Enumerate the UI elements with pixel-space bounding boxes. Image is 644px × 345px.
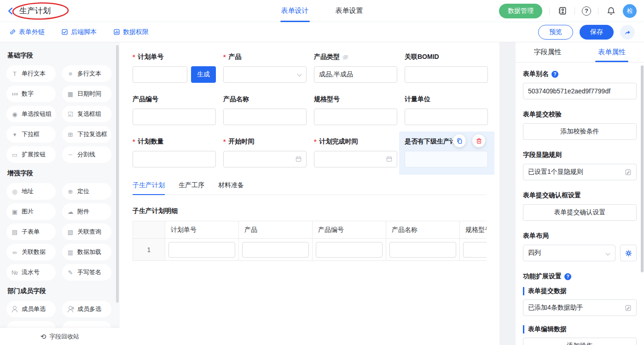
tab-production-process[interactable]: 生产工序 bbox=[179, 181, 204, 195]
app-header: 生产计划 表单设计 表单设置 数据管理 ? 检 bbox=[0, 0, 644, 22]
sidebar-item-member-multi[interactable]: 成员多选 bbox=[62, 301, 111, 317]
field-unit[interactable]: 计量单位 bbox=[405, 95, 488, 125]
submit-confirm-button[interactable]: 表单提交确认设置 bbox=[523, 204, 637, 221]
save-button[interactable]: 保存 bbox=[580, 25, 614, 40]
field-plan-no[interactable]: 计划单号 生成 bbox=[133, 52, 216, 83]
tab-form-properties[interactable]: 表单属性 bbox=[580, 42, 644, 62]
sidebar-item-radio-group[interactable]: ◉单选按钮组 bbox=[6, 106, 56, 122]
product-select[interactable] bbox=[223, 66, 307, 83]
tab-field-properties[interactable]: 字段属性 bbox=[516, 42, 580, 62]
product-type-input[interactable] bbox=[314, 66, 397, 83]
radio-group-icon: ◉ bbox=[11, 111, 18, 118]
help-badge-icon[interactable]: ? bbox=[551, 71, 558, 78]
data-permission[interactable]: 数据权限 bbox=[113, 28, 149, 36]
sidebar-item-serial-number[interactable]: №流水号 bbox=[6, 264, 56, 281]
sidebar-item-multi-select[interactable]: ⊞下拉复选框 bbox=[62, 126, 111, 143]
start-time-input[interactable] bbox=[223, 151, 307, 167]
image-icon: ▣ bbox=[11, 208, 18, 215]
edit-icon[interactable] bbox=[625, 305, 632, 311]
cell-product-input[interactable] bbox=[242, 242, 309, 258]
generate-button[interactable]: 生成 bbox=[191, 66, 216, 83]
cell-product-name-input[interactable] bbox=[389, 242, 456, 258]
field-has-sub-plan-selected[interactable]: 是否有下级生产计. bbox=[405, 137, 488, 167]
product-code-input[interactable] bbox=[133, 109, 216, 125]
cell-product-code-input[interactable] bbox=[316, 242, 383, 258]
sidebar-item-image[interactable]: ▣图片 bbox=[6, 203, 56, 220]
contacts-icon[interactable] bbox=[557, 6, 568, 17]
sidebar-item-number[interactable]: 123数字 bbox=[6, 86, 56, 102]
help-icon[interactable]: ? bbox=[582, 6, 591, 16]
unit-input[interactable] bbox=[405, 109, 488, 125]
has-sub-plan-input[interactable] bbox=[405, 151, 488, 167]
field-product-type[interactable]: 产品类型 bbox=[314, 52, 397, 83]
sidebar-scrollbar[interactable] bbox=[116, 45, 119, 303]
data-manage-button[interactable]: 数据管理 bbox=[499, 4, 542, 18]
attachment-icon: ☁ bbox=[67, 208, 74, 215]
plan-no-input[interactable] bbox=[133, 66, 187, 83]
sidebar-item-datetime[interactable]: ▦日期时间 bbox=[62, 86, 111, 102]
field-spec[interactable]: 规格型号 bbox=[314, 95, 397, 125]
submit-data-box[interactable]: 已添加4条数据助手 bbox=[523, 299, 637, 316]
sidebar-item-attachment[interactable]: ☁附件 bbox=[62, 203, 111, 220]
sidebar-item-member-single[interactable]: 成员单选 bbox=[6, 301, 56, 317]
sidebar-item-related-data[interactable]: ∞关联数据 bbox=[6, 244, 56, 260]
edit-icon[interactable] bbox=[625, 169, 632, 176]
sidebar-item-checkbox-group[interactable]: ☑复选框组 bbox=[62, 106, 111, 122]
add-validation-button[interactable]: 添加校验条件 bbox=[523, 123, 637, 140]
spec-input[interactable] bbox=[314, 109, 397, 125]
field-product[interactable]: 产品 bbox=[223, 52, 307, 83]
column-header-index bbox=[133, 221, 165, 239]
member-single-icon bbox=[11, 306, 18, 312]
form-layout-select[interactable]: 四列 bbox=[523, 245, 615, 261]
sidebar-item-extend-button[interactable]: ▭扩展按钮 bbox=[6, 146, 56, 163]
sidebar-item-single-line-text[interactable]: T单行文本 bbox=[6, 65, 56, 82]
finish-time-input[interactable] bbox=[314, 151, 397, 167]
cell-spec-input[interactable] bbox=[463, 242, 487, 258]
sidebar-item-signature[interactable]: ✎手写签名 bbox=[62, 264, 111, 281]
basic-fields-grid: T单行文本 ≡多行文本 123数字 ▦日期时间 ◉单选按钮组 ☑复选框组 ▾下拉… bbox=[6, 65, 120, 163]
delete-field-button[interactable] bbox=[472, 134, 485, 147]
field-finish-time[interactable]: 计划完成时间 bbox=[314, 137, 397, 167]
sidebar-item-select[interactable]: ▾下拉框 bbox=[6, 126, 56, 143]
visibility-rules-box[interactable]: 已设置1个显隐规则 bbox=[523, 164, 637, 180]
sidebar-item-divider[interactable]: ┄分割线 bbox=[62, 146, 111, 163]
bell-icon[interactable] bbox=[605, 6, 616, 17]
tab-form-settings[interactable]: 表单设置 bbox=[336, 0, 363, 22]
plan-qty-input[interactable] bbox=[133, 151, 216, 167]
share-button[interactable] bbox=[620, 25, 635, 40]
tab-form-design[interactable]: 表单设计 bbox=[281, 0, 309, 22]
eye-off-icon bbox=[342, 54, 349, 61]
field-product-name[interactable]: 产品名称 bbox=[223, 95, 307, 125]
field-label: 计划完成时间 bbox=[314, 137, 397, 146]
sidebar-item-related-query[interactable]: ▧关联查询 bbox=[62, 224, 111, 240]
sidebar-item-subform[interactable]: ▤子表单 bbox=[6, 224, 56, 240]
copy-field-button[interactable] bbox=[453, 134, 466, 147]
sidebar-item-data-load[interactable]: ▥数据加载 bbox=[62, 244, 111, 260]
cell-plan-no-input[interactable] bbox=[168, 242, 235, 258]
panel-scrollbar[interactable] bbox=[641, 65, 644, 272]
tab-sub-production-plan[interactable]: 子生产计划 bbox=[133, 181, 165, 195]
field-bom-id[interactable]: 关联BOMID bbox=[405, 52, 488, 83]
field-label: 计划单号 bbox=[133, 52, 216, 62]
help-badge-icon[interactable]: ? bbox=[564, 273, 571, 280]
field-plan-qty[interactable]: 计划数量 bbox=[133, 137, 216, 167]
product-name-input[interactable] bbox=[223, 109, 307, 125]
add-action-button[interactable]: 添加操作 bbox=[523, 338, 637, 345]
form-external-link[interactable]: 表单外链 bbox=[9, 28, 45, 36]
backend-script[interactable]: 后端脚本 bbox=[61, 28, 97, 36]
sidebar-item-address[interactable]: ◎地址 bbox=[6, 183, 56, 200]
group-submit-data: 表单提交数据 已添加4条数据助手 bbox=[523, 287, 637, 316]
bom-id-input[interactable] bbox=[405, 66, 488, 83]
field-product-code[interactable]: 产品编号 bbox=[133, 95, 216, 125]
sidebar-item-locate[interactable]: ⊕定位 bbox=[62, 183, 111, 200]
field-label: 产品名称 bbox=[223, 95, 307, 104]
share-icon bbox=[624, 29, 631, 36]
layout-settings-button[interactable] bbox=[620, 245, 637, 261]
field-start-time[interactable]: 开始时间 bbox=[223, 137, 307, 167]
form-alias-input[interactable] bbox=[523, 83, 637, 99]
sidebar-item-multi-line-text[interactable]: ≡多行文本 bbox=[62, 65, 111, 82]
avatar[interactable]: 检 bbox=[623, 4, 637, 18]
field-recycle-bin[interactable]: ⟲ 字段回收站 bbox=[0, 328, 120, 345]
preview-button[interactable]: 预览 bbox=[538, 25, 573, 40]
tab-material-prep[interactable]: 材料准备 bbox=[218, 181, 244, 195]
